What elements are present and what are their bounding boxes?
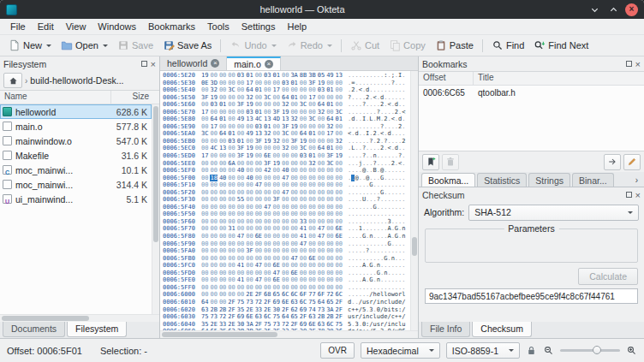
file-row[interactable]: Cmoc_mainwi...10.1 K — [0, 163, 152, 177]
doc-tab-main-o[interactable]: main.o× — [227, 56, 281, 70]
file-row[interactable]: Makefile31.6 K — [0, 148, 152, 163]
hex-row[interactable]: 0006:5F500000000000000000000000000000000… — [163, 211, 410, 218]
home-button[interactable] — [3, 73, 22, 88]
hex-hscrollbar[interactable] — [160, 330, 418, 338]
open-button[interactable]: Open — [57, 38, 112, 53]
tool-tab-statistics[interactable]: Statistics — [477, 173, 527, 187]
hex-row[interactable]: 0006:5EB00000000301003F1932003F190000003… — [163, 138, 410, 145]
redo-button[interactable]: Redo — [282, 38, 337, 53]
hex-row[interactable]: 0006:5F100000000000004700000000000000000… — [163, 181, 410, 189]
close-panel-icon[interactable]: × — [635, 60, 641, 68]
menu-edit[interactable]: Edit — [32, 20, 60, 33]
hex-row[interactable]: 0006:5F700000003100000000000000410047006… — [163, 225, 410, 233]
hex-row[interactable]: 0006:5F000018400000400000004700000000000… — [163, 175, 410, 182]
zoom-slider[interactable] — [560, 349, 620, 352]
close-button[interactable]: × — [625, 3, 638, 16]
file-row[interactable]: main.o577.8 K — [0, 119, 152, 134]
hex-row[interactable]: 0006:5E60000301003F1900000032003C0064010… — [163, 101, 410, 109]
hex-row[interactable]: 0006:5FC000000000410047006E0000000000000… — [163, 262, 410, 270]
float-panel-icon[interactable] — [626, 192, 632, 198]
float-panel-icon[interactable] — [141, 61, 147, 67]
menu-view[interactable]: View — [60, 20, 92, 33]
new-button[interactable]: New — [4, 38, 56, 53]
find-button[interactable]: Find — [487, 38, 528, 53]
menu-tools[interactable]: Tools — [201, 20, 236, 33]
close-tab-icon[interactable]: × — [211, 59, 219, 68]
hex-row[interactable]: 0006:5E7017000000000301003F1900000032003… — [163, 109, 410, 116]
calculate-button[interactable]: Calculate — [578, 268, 638, 285]
hex-row[interactable]: 0006:60106400002F7573722F696E636C7564652… — [163, 299, 410, 306]
paste-button[interactable]: Paste — [431, 38, 478, 53]
doc-tab-helloworld[interactable]: helloworld× — [160, 56, 227, 70]
hex-row[interactable]: 0006:5FD0000000000000000047006E000000000… — [163, 270, 410, 277]
offset-column-header[interactable]: Offset — [419, 72, 474, 85]
scrollbar-thumb[interactable] — [2, 316, 89, 321]
hex-row[interactable]: 0006:5FA000000000003F0000000000000000000… — [163, 247, 410, 255]
hex-row[interactable]: 0006:5FE000000000410047006E0000000000000… — [163, 276, 410, 284]
browser-tab-documents[interactable]: Documents — [3, 322, 65, 337]
hex-row[interactable]: 0006:5FB00000000000000000000047006E00000… — [163, 255, 410, 263]
hex-row[interactable]: 0006:5EA03C00640100491332003C00640100170… — [163, 130, 410, 138]
tool-tab-binar[interactable]: Binar... — [572, 173, 614, 187]
checksum-result-field[interactable]: 9ac1347bad55167acbefbee95ce9f4c8c67f4476… — [425, 288, 638, 304]
hex-row[interactable]: 0006:5F800000000047006E00000000410047006… — [163, 233, 410, 240]
name-column-header[interactable]: Name — [0, 91, 111, 104]
hex-row[interactable]: 0006:5F900000000000000000000000470000000… — [163, 240, 410, 248]
hex-row[interactable]: 0006:6040352E332E303A2F7573722F696E636C7… — [163, 321, 410, 329]
hex-row[interactable]: 0006:5F3000000000550000003F0000000000000… — [163, 196, 410, 204]
close-tab-icon[interactable]: × — [265, 60, 273, 68]
scrollbar-thumb[interactable] — [153, 106, 158, 242]
overwrite-mode-button[interactable]: OVR — [320, 342, 355, 359]
add-bookmark-button[interactable] — [422, 154, 439, 170]
cut-button[interactable]: Cut — [346, 38, 384, 53]
delete-bookmark-button[interactable] — [442, 154, 459, 170]
save-as-button[interactable]: Save As — [158, 38, 216, 53]
titlebar[interactable]: helloworld — Okteta × — [0, 0, 644, 19]
algorithm-select[interactable]: SHA-512 — [468, 205, 639, 221]
hex-row[interactable]: 0006:5E20190000000301000301003A8B3B05491… — [163, 72, 410, 80]
menu-windows[interactable]: Windows — [92, 20, 142, 33]
file-row[interactable]: helloworld628.6 K — [0, 104, 152, 119]
browser-tab-filesystem[interactable]: Filesystem — [67, 322, 127, 337]
hex-row[interactable]: 0006:5EF00000000040000042004000000000000… — [163, 167, 410, 175]
hex-view[interactable]: 0006:5E20190000000301000301003A8B3B05491… — [160, 71, 410, 330]
checksum-tab-file-info[interactable]: File Info — [421, 322, 470, 337]
close-panel-icon[interactable]: × — [635, 191, 641, 199]
hex-row[interactable]: 0006:600000000000002E2F68656C6C6F776F726… — [163, 291, 410, 299]
menu-bookmarks[interactable]: Bookmarks — [142, 20, 201, 33]
file-row[interactable]: Uui_mainwind...5.1 K — [0, 192, 152, 206]
readonly-lock-button[interactable] — [526, 345, 537, 356]
file-list-hscrollbar[interactable] — [0, 314, 159, 322]
hex-row[interactable]: 0006:6020632B2B2F352E332E302F626974733A2… — [163, 306, 410, 314]
zoom-slider-handle[interactable] — [593, 346, 601, 354]
hex-row[interactable]: 0006:5FF00000000000000000000000000000000… — [163, 284, 410, 292]
checksum-tab-checksum[interactable]: Checksum — [472, 322, 532, 337]
minimize-button[interactable] — [587, 3, 601, 16]
menu-help[interactable]: Help — [281, 20, 313, 33]
file-row[interactable]: mainwindow.o547.0 K — [0, 134, 152, 148]
zoom-in-button[interactable] — [626, 345, 637, 356]
hex-row[interactable]: 0006:5E800064010049134C134D1332003C00640… — [163, 116, 410, 123]
hex-row[interactable]: 0006:5F600000000000000000000000330000000… — [163, 218, 410, 226]
hex-row[interactable]: 0006:5E300E3D000000170000000301003F19000… — [163, 80, 410, 87]
size-column-header[interactable]: Size — [111, 91, 159, 104]
goto-bookmark-button[interactable] — [604, 154, 621, 170]
maximize-button[interactable] — [606, 3, 620, 16]
hex-row[interactable]: 0006:5EC0004C13003F1900000032003C0064010… — [163, 145, 410, 152]
hex-row[interactable]: 0006:5E900017000000000301003F19000000320… — [163, 123, 410, 131]
char-coding-select[interactable]: ISO-8859-1 — [446, 342, 520, 359]
scrollbar-thumb[interactable] — [162, 332, 277, 337]
title-column-header[interactable]: Title — [474, 72, 644, 85]
close-panel-icon[interactable]: × — [151, 60, 156, 68]
undo-button[interactable]: Undo — [225, 38, 280, 53]
file-list-scrollbar[interactable] — [152, 104, 159, 314]
tool-tab-strings[interactable]: Strings — [528, 173, 570, 187]
zoom-out-button[interactable] — [543, 345, 554, 356]
tab-overflow-arrow[interactable]: › — [632, 175, 641, 187]
hex-row[interactable]: 0006:5E400032003C00640100170000000003010… — [163, 86, 410, 94]
hex-row[interactable]: 0006:5ED0170000003F19006E0000000301003F1… — [163, 152, 410, 160]
hex-row[interactable]: 0006:5F200000000000000000004700000000000… — [163, 189, 410, 197]
find-next-button[interactable]: Find Next — [529, 38, 593, 53]
menu-file[interactable]: File — [4, 20, 32, 33]
hex-row[interactable]: 0006:5EE00000006A0000003F1900000032003C0… — [163, 160, 410, 168]
